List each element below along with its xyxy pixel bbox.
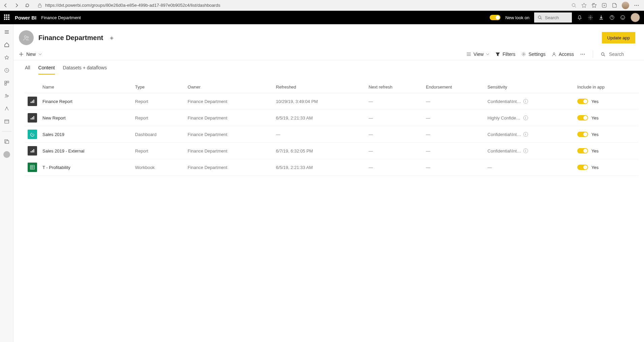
report-icon — [28, 113, 37, 123]
more-options-button[interactable] — [580, 52, 585, 57]
back-button[interactable] — [3, 2, 9, 8]
svg-point-42 — [581, 54, 581, 55]
cell-name[interactable]: T - Profitability — [40, 159, 132, 176]
access-button[interactable]: Access — [552, 52, 574, 57]
feedback-icon[interactable] — [620, 14, 626, 21]
cell-icon — [25, 143, 40, 159]
svg-rect-48 — [32, 101, 33, 103]
settings-button[interactable]: Settings — [521, 52, 546, 57]
cell-next-refresh: — — [366, 110, 423, 126]
browser-profile-avatar[interactable] — [622, 2, 629, 9]
workbook-icon — [28, 163, 37, 172]
new-label: New — [26, 52, 36, 57]
svg-line-54 — [32, 134, 33, 135]
report-icon — [28, 146, 37, 156]
apps-icon[interactable] — [4, 80, 10, 86]
include-toggle[interactable] — [577, 99, 588, 104]
cell-endorsement: — — [423, 93, 485, 110]
col-endorsement[interactable]: Endorsement — [423, 81, 485, 93]
workspaces-icon[interactable] — [4, 118, 10, 125]
col-next-refresh[interactable]: Next refresh — [366, 81, 423, 93]
include-toggle[interactable] — [577, 132, 588, 137]
header-search-input[interactable] — [545, 15, 569, 20]
table-header-row: Name Type Owner Refreshed Next refresh E… — [25, 81, 639, 93]
learn-icon[interactable] — [4, 106, 10, 112]
svg-point-34 — [27, 37, 29, 38]
table-row[interactable]: Sales 2019 Dashboard Finance Department … — [25, 126, 639, 143]
address-bar[interactable]: https://dxt.powerbi.com/groups/80e26d0a-… — [35, 3, 566, 8]
include-toggle[interactable] — [577, 165, 588, 170]
user-avatar[interactable] — [631, 13, 640, 22]
refresh-button[interactable] — [24, 2, 30, 8]
info-icon[interactable]: i — [523, 148, 528, 153]
breadcrumb[interactable]: Finance Department — [41, 15, 81, 20]
svg-point-40 — [523, 54, 524, 55]
cell-name[interactable]: New Report — [40, 110, 132, 126]
star-outline-icon[interactable] — [581, 3, 587, 8]
tab-content[interactable]: Content — [38, 63, 55, 75]
more-icon[interactable] — [634, 3, 639, 8]
home-icon[interactable] — [4, 42, 10, 48]
col-owner[interactable]: Owner — [185, 81, 273, 93]
include-toggle[interactable] — [577, 148, 588, 153]
tab-all[interactable]: All — [25, 63, 30, 75]
app-launcher-icon[interactable] — [4, 14, 10, 21]
table-row[interactable]: T - Profitability Workbook Finance Depar… — [25, 159, 639, 176]
info-icon[interactable]: i — [523, 99, 528, 104]
new-look-toggle[interactable] — [490, 15, 500, 20]
new-button[interactable]: New — [19, 52, 42, 57]
col-sensitivity[interactable]: Sensitivity — [485, 81, 575, 93]
svg-rect-55 — [31, 151, 32, 152]
svg-point-9 — [636, 5, 637, 5]
header-search[interactable] — [534, 12, 572, 23]
download-icon[interactable] — [598, 14, 604, 21]
cell-name[interactable]: Sales 2019 - External — [40, 143, 132, 159]
zoom-icon[interactable] — [571, 3, 577, 8]
col-name[interactable]: Name — [40, 81, 132, 93]
content-table: Name Type Owner Refreshed Next refresh E… — [25, 81, 639, 176]
favorites-rail-icon[interactable] — [4, 55, 10, 61]
collections-icon[interactable] — [602, 3, 607, 8]
tab-datasets[interactable]: Datasets + dataflows — [63, 63, 107, 75]
col-include[interactable]: Include in app — [575, 81, 639, 93]
notes-icon[interactable] — [612, 3, 617, 8]
url-text: https://dxt.powerbi.com/groups/80e26d0a-… — [45, 3, 220, 8]
cell-name[interactable]: Sales 2019 — [40, 126, 132, 143]
favorites-icon[interactable] — [591, 3, 597, 8]
svg-rect-47 — [31, 102, 32, 103]
notifications-icon[interactable] — [577, 14, 583, 21]
cell-next-refresh: — — [366, 143, 423, 159]
menu-icon[interactable] — [4, 29, 10, 35]
toolbar-search[interactable] — [601, 52, 639, 57]
toolbar-search-input[interactable] — [609, 52, 639, 57]
cell-include: Yes — [575, 126, 639, 143]
update-app-button[interactable]: Update app — [602, 32, 635, 43]
cell-owner: Finance Department — [185, 159, 273, 176]
table-row[interactable]: Finance Report Report Finance Department… — [25, 93, 639, 110]
col-refreshed[interactable]: Refreshed — [273, 81, 366, 93]
cell-type: Report — [132, 93, 185, 110]
include-toggle[interactable] — [577, 115, 588, 121]
content-tabs: All Content Datasets + dataflows — [13, 60, 644, 75]
svg-rect-58 — [30, 165, 34, 169]
my-workspace-icon[interactable] — [4, 138, 10, 144]
cell-type: Report — [132, 143, 185, 159]
table-row[interactable]: Sales 2019 - External Report Finance Dep… — [25, 143, 639, 159]
recent-icon[interactable] — [4, 67, 10, 73]
shared-icon[interactable] — [4, 93, 10, 99]
info-icon[interactable]: i — [523, 132, 528, 137]
svg-point-17 — [622, 17, 622, 17]
table-row[interactable]: New Report Report Finance Department 6/5… — [25, 110, 639, 126]
settings-icon[interactable] — [587, 14, 593, 21]
col-type[interactable]: Type — [132, 81, 185, 93]
cell-name[interactable]: Finance Report — [40, 93, 132, 110]
cell-include: Yes — [575, 143, 639, 159]
view-button[interactable]: View — [466, 52, 489, 57]
filters-button[interactable]: Filters — [495, 52, 515, 57]
help-icon[interactable] — [609, 14, 615, 21]
svg-point-8 — [635, 5, 635, 5]
forward-button[interactable] — [13, 2, 20, 8]
info-icon[interactable]: i — [523, 115, 528, 120]
filters-label: Filters — [502, 52, 515, 57]
workspace-avatar-icon[interactable] — [3, 151, 10, 158]
